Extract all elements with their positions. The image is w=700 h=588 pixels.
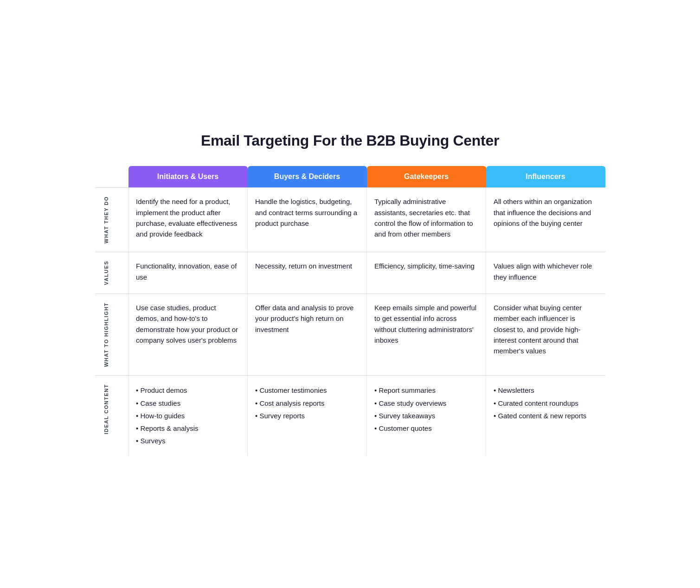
list-item: Customer quotes: [374, 422, 478, 435]
content-list-ideal-content-col1: Customer testimoniesCost analysis report…: [255, 384, 359, 422]
row-label-text-what-they-do: WHAT THEY DO: [103, 196, 110, 243]
row-label-text-values: VALUES: [103, 261, 110, 285]
cell-what-to-highlight-col1: Offer data and analysis to prove your pr…: [248, 294, 367, 376]
table-row-what-to-highlight: WHAT TO HIGHLIGHTUse case studies, produ…: [95, 294, 605, 376]
list-item: Customer testimonies: [255, 384, 359, 396]
cell-values-col1: Necessity, return on investment: [248, 252, 367, 294]
list-item: Product demos: [136, 384, 240, 396]
cell-what-they-do-col1: Handle the logistics, budgeting, and con…: [248, 188, 367, 252]
row-label-text-what-to-highlight: WHAT TO HIGHLIGHT: [103, 302, 110, 367]
cell-what-to-highlight-col3: Consider what buying center member each …: [486, 294, 605, 376]
row-label-ideal-content: IDEAL CONTENT: [95, 376, 128, 456]
table-row-ideal-content: IDEAL CONTENTProduct demosCase studiesHo…: [95, 376, 605, 456]
cell-values-col0: Functionality, innovation, ease of use: [128, 252, 248, 294]
list-item: Curated content roundups: [494, 397, 598, 409]
cell-what-they-do-col3: All others within an organization that i…: [486, 188, 605, 252]
content-list-ideal-content-col0: Product demosCase studiesHow-to guidesRe…: [136, 384, 240, 447]
cell-values-col2: Efficiency, simplicity, time-saving: [367, 252, 486, 294]
list-item: Newsletters: [494, 384, 598, 396]
table-row-what-they-do: WHAT THEY DOIdentify the need for a prod…: [95, 188, 605, 252]
col-header-gatekeepers: Gatekeepers: [367, 166, 486, 188]
gatekeepers-header: Gatekeepers: [367, 166, 486, 187]
col-header-influencers: Influencers: [486, 166, 605, 188]
row-label-what-to-highlight: WHAT TO HIGHLIGHT: [95, 294, 128, 376]
cell-ideal-content-col1: Customer testimoniesCost analysis report…: [248, 376, 367, 456]
list-item: Case study overviews: [374, 397, 478, 409]
cell-what-they-do-col0: Identify the need for a product, impleme…: [128, 188, 248, 252]
cell-values-col3: Values align with whichever role they in…: [486, 252, 605, 294]
table-body: WHAT THEY DOIdentify the need for a prod…: [95, 188, 605, 456]
table-row-values: VALUESFunctionality, innovation, ease of…: [95, 252, 605, 294]
main-table: Initiators & Users Buyers & Deciders Gat…: [95, 166, 605, 455]
table-wrapper: Initiators & Users Buyers & Deciders Gat…: [95, 166, 605, 455]
list-item: Gated content & new reports: [494, 409, 598, 422]
header-label-empty: [95, 166, 128, 188]
content-list-ideal-content-col2: Report summariesCase study overviewsSurv…: [374, 384, 478, 435]
list-item: Surveys: [136, 435, 240, 447]
list-item: Survey reports: [255, 409, 359, 422]
cell-ideal-content-col3: NewslettersCurated content roundupsGated…: [486, 376, 605, 456]
row-label-what-they-do: WHAT THEY DO: [95, 188, 128, 252]
row-label-values: VALUES: [95, 252, 128, 294]
row-label-text-ideal-content: IDEAL CONTENT: [103, 384, 110, 435]
cell-ideal-content-col0: Product demosCase studiesHow-to guidesRe…: [128, 376, 248, 456]
list-item: Survey takeaways: [374, 409, 478, 422]
header-row: Initiators & Users Buyers & Deciders Gat…: [95, 166, 605, 188]
influencers-header: Influencers: [486, 166, 605, 187]
page-container: Email Targeting For the B2B Buying Cente…: [95, 132, 605, 455]
list-item: Case studies: [136, 397, 240, 409]
col-header-buyers: Buyers & Deciders: [248, 166, 367, 188]
page-title: Email Targeting For the B2B Buying Cente…: [95, 132, 605, 149]
list-item: How-to guides: [136, 409, 240, 422]
buyers-header: Buyers & Deciders: [248, 166, 367, 187]
list-item: Cost analysis reports: [255, 397, 359, 409]
cell-what-they-do-col2: Typically administrative assistants, sec…: [367, 188, 486, 252]
cell-what-to-highlight-col0: Use case studies, product demos, and how…: [128, 294, 248, 376]
col-header-initiators: Initiators & Users: [128, 166, 248, 188]
cell-what-to-highlight-col2: Keep emails simple and powerful to get e…: [367, 294, 486, 376]
list-item: Reports & analysis: [136, 422, 240, 435]
initiators-header: Initiators & Users: [128, 166, 248, 187]
cell-ideal-content-col2: Report summariesCase study overviewsSurv…: [367, 376, 486, 456]
list-item: Report summaries: [374, 384, 478, 396]
content-list-ideal-content-col3: NewslettersCurated content roundupsGated…: [494, 384, 598, 422]
